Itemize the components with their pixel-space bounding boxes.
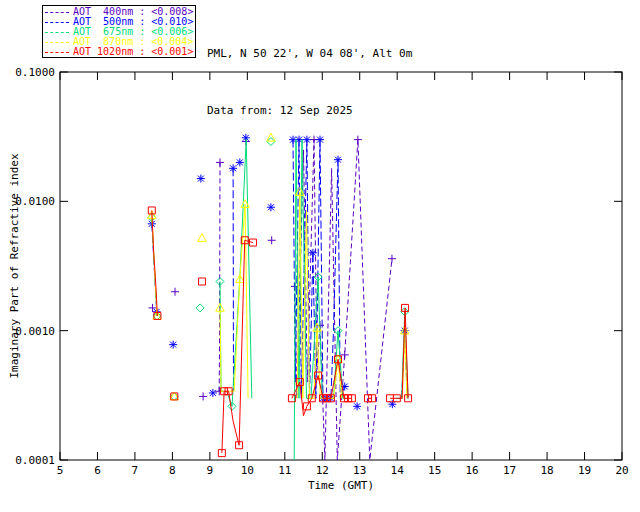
legend-line-sample-1020nm — [45, 52, 69, 53]
series-line — [219, 162, 220, 391]
series-markers-diamond — [148, 138, 409, 411]
data-date: Data from: 12 Sep 2025 — [207, 101, 412, 120]
legend-label-1020nm: AOT 1020nm : <0.001> — [73, 47, 193, 57]
y-tick-label: 0.1000 — [15, 66, 55, 79]
aot-refractive-index-page: 5678910111213141516171819200.10000.01000… — [0, 0, 640, 512]
series-markers-asterisk — [148, 134, 409, 411]
x-tick-label: 14 — [391, 464, 405, 477]
station-info: PML, N 50 22', W 04 08', Alt 0m Data fro… — [207, 6, 412, 158]
station-location: PML, N 50 22', W 04 08', Alt 0m — [207, 44, 412, 63]
x-tick-label: 17 — [503, 464, 516, 477]
series-aot-1020nm — [148, 207, 411, 457]
x-tick-label: 18 — [540, 464, 553, 477]
x-tick-label: 10 — [241, 464, 254, 477]
series-line — [222, 240, 253, 453]
series-aot-675nm — [148, 138, 409, 460]
legend-line-sample-500nm — [45, 22, 69, 23]
x-tick-label: 5 — [57, 464, 64, 477]
y-axis-title: Imaginary Part of Refractive index — [8, 153, 21, 379]
x-tick-label: 16 — [466, 464, 479, 477]
x-tick-label: 15 — [428, 464, 441, 477]
legend-line-sample-870nm — [45, 42, 69, 43]
legend-line-sample-675nm — [45, 32, 69, 33]
x-tick-label: 6 — [94, 464, 101, 477]
y-tick-label: 0.0001 — [15, 454, 55, 467]
x-tick-label: 11 — [278, 464, 291, 477]
y-tick-label: 0.0100 — [15, 195, 55, 208]
series-aot-400nm — [149, 136, 396, 460]
x-tick-label: 13 — [353, 464, 366, 477]
x-tick-label: 9 — [207, 464, 214, 477]
x-tick-label: 7 — [132, 464, 139, 477]
legend-line-sample-400nm — [45, 12, 69, 13]
y-tick-label: 0.0010 — [15, 325, 55, 338]
x-tick-label: 8 — [169, 464, 176, 477]
legend-box: AOT 400nm : <0.008> AOT 500nm : <0.010> … — [42, 5, 196, 58]
legend-item-1020nm: AOT 1020nm : <0.001> — [45, 47, 193, 57]
series-markers-triangle — [148, 133, 409, 399]
x-tick-label: 12 — [316, 464, 329, 477]
x-tick-label: 19 — [578, 464, 591, 477]
series-markers-square — [148, 207, 411, 457]
x-axis-title: Time (GMT) — [308, 479, 374, 492]
series-aot-870nm — [148, 133, 409, 399]
series-aot-500nm — [148, 134, 409, 411]
series-line — [295, 140, 392, 460]
x-tick-label: 20 — [615, 464, 628, 477]
